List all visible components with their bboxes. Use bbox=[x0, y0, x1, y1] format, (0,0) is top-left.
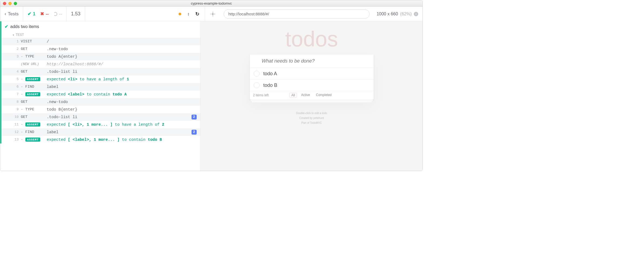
command-row[interactable]: 9TYPEtodo B{enter} bbox=[1, 106, 200, 113]
todoapp: todos todo Atodo B 2 items left All Acti… bbox=[250, 27, 374, 125]
todo-label[interactable]: todo A bbox=[263, 71, 277, 77]
command-row[interactable]: 8GET.new-todo bbox=[1, 98, 200, 106]
aut-panel: todos todo Atodo B 2 items left All Acti… bbox=[201, 21, 422, 171]
viewport-info[interactable]: 1000 x 660 (62%) i bbox=[372, 7, 422, 21]
command-list: 1VISIT/2GET.new-todo3TYPEtodo A{enter}(N… bbox=[1, 38, 200, 143]
info-line-1: Double-click to edit a todo bbox=[250, 111, 374, 116]
element-count-badge: 2 bbox=[192, 130, 197, 135]
assert-badge: ASSERT bbox=[25, 92, 40, 96]
command-number: 13 bbox=[12, 138, 19, 142]
command-number: 3 bbox=[12, 54, 19, 59]
svg-point-0 bbox=[213, 13, 213, 14]
author-link[interactable]: petehunt bbox=[313, 117, 324, 119]
test-title-row[interactable]: ✔ adds two items bbox=[1, 21, 200, 32]
command-number: 4 bbox=[12, 70, 19, 74]
command-number: 11 bbox=[12, 122, 19, 126]
test-section-label[interactable]: ▾ TEST bbox=[1, 32, 200, 38]
mac-titlebar: cypress-example-todomvc bbox=[0, 0, 422, 7]
command-message: .new-todo bbox=[47, 47, 198, 51]
test-title: adds two items bbox=[10, 24, 39, 29]
assert-badge: ASSERT bbox=[25, 77, 40, 81]
command-name: FIND bbox=[21, 130, 47, 134]
todo-item[interactable]: todo B bbox=[250, 80, 374, 91]
back-to-tests-button[interactable]: ‹ Tests bbox=[5, 11, 19, 17]
todo-box: todo Atodo B 2 items left All Active Com… bbox=[250, 54, 374, 100]
x-icon: ✖ bbox=[40, 11, 44, 17]
command-name: ASSERT bbox=[21, 138, 47, 142]
command-number: 7 bbox=[12, 92, 19, 96]
element-count-badge: 2 bbox=[192, 115, 197, 119]
failed-value: -- bbox=[46, 11, 49, 17]
check-icon: ✔ bbox=[5, 24, 8, 29]
test-block: ✔ adds two items ▾ TEST 1VISIT/2GET.new-… bbox=[0, 21, 200, 143]
todo-toggle[interactable] bbox=[254, 82, 260, 88]
command-name: GET bbox=[21, 47, 47, 51]
info-line-2: Created by petehunt bbox=[250, 116, 374, 121]
circle-icon bbox=[53, 12, 57, 16]
command-row[interactable]: 2GET.new-todo bbox=[1, 45, 200, 53]
command-message: .todo-list li bbox=[47, 70, 198, 74]
assert-badge: ASSERT bbox=[25, 122, 40, 126]
todo-item[interactable]: todo A bbox=[250, 68, 374, 80]
recording-indicator-icon bbox=[179, 13, 181, 15]
command-number: 10 bbox=[12, 115, 19, 119]
assert-message: expected <li> to have a length of 1 bbox=[47, 77, 198, 81]
command-number: 5 bbox=[12, 77, 19, 81]
command-message: label bbox=[47, 130, 198, 134]
auto-scroll-toggle[interactable]: ↕ bbox=[187, 12, 189, 16]
command-name: GET bbox=[21, 100, 47, 104]
filter-active[interactable]: Active bbox=[300, 93, 312, 98]
pending-count: -- bbox=[53, 11, 62, 17]
todo-label[interactable]: todo B bbox=[263, 83, 277, 88]
event-name: (NEW URL) bbox=[21, 62, 47, 66]
app-window: cypress-example-todomvc ‹ Tests ✔ 1 ✖ --… bbox=[0, 0, 423, 171]
command-row[interactable]: 10GET.todo-list li2 bbox=[1, 113, 200, 121]
aut-url-input[interactable] bbox=[224, 9, 370, 19]
command-row[interactable]: 13ASSERTexpected [ <label>, 1 more... ] … bbox=[1, 136, 200, 143]
command-number: 2 bbox=[12, 47, 19, 51]
todomvc-link[interactable]: TodoMVC bbox=[310, 121, 322, 124]
tests-label: Tests bbox=[8, 11, 19, 17]
new-todo-input[interactable] bbox=[250, 54, 374, 68]
command-row[interactable]: 1VISIT/ bbox=[1, 38, 200, 45]
command-row[interactable]: 4GET.todo-list li bbox=[1, 68, 200, 76]
command-row[interactable]: 11ASSERTexpected [ <li>, 1 more... ] to … bbox=[1, 121, 200, 128]
selector-playground-button[interactable] bbox=[205, 7, 221, 21]
filter-completed[interactable]: Completed bbox=[314, 93, 333, 98]
assert-badge: ASSERT bbox=[25, 138, 40, 142]
assert-message: expected <label> to contain todo A bbox=[47, 92, 198, 97]
window-title: cypress-example-todomvc bbox=[0, 1, 422, 5]
info-line-3: Part of TodoMVC bbox=[250, 121, 374, 125]
info-icon: i bbox=[414, 12, 418, 16]
todo-toggle[interactable] bbox=[254, 71, 260, 77]
command-name: ASSERT bbox=[21, 92, 47, 96]
command-log-panel[interactable]: ✔ adds two items ▾ TEST 1VISIT/2GET.new-… bbox=[0, 21, 201, 171]
command-row[interactable]: 12FINDlabel2 bbox=[1, 128, 200, 136]
caret-down-icon: ▾ bbox=[13, 33, 14, 36]
command-row[interactable]: (NEW URL)http://localhost:8888/#/ bbox=[1, 60, 200, 68]
assert-message: expected [ <label>, 1 more... ] to conta… bbox=[47, 138, 198, 142]
command-message: .todo-list li bbox=[47, 115, 198, 119]
command-message: todo B{enter} bbox=[47, 107, 198, 112]
command-name: GET bbox=[21, 70, 47, 74]
viewport-size: 1000 x 660 bbox=[377, 12, 398, 16]
todos-heading: todos bbox=[250, 27, 374, 52]
command-message: / bbox=[47, 39, 198, 44]
passed-count: ✔ 1 bbox=[28, 11, 35, 17]
command-number: 6 bbox=[12, 85, 19, 89]
command-row[interactable]: 6FINDlabel bbox=[1, 83, 200, 91]
command-row[interactable]: 3TYPEtodo A{enter} bbox=[1, 53, 200, 60]
command-row[interactable]: 7ASSERTexpected <label> to contain todo … bbox=[1, 91, 200, 98]
filter-all[interactable]: All bbox=[289, 93, 297, 98]
command-number: 8 bbox=[12, 100, 19, 104]
command-message: .new-todo bbox=[47, 100, 198, 104]
command-name: ASSERT bbox=[21, 77, 47, 81]
todo-footer: 2 items left All Active Completed bbox=[250, 91, 374, 99]
duration: 1.53 bbox=[71, 11, 81, 17]
command-message: label bbox=[47, 85, 198, 89]
event-message: http://localhost:8888/#/ bbox=[47, 62, 198, 66]
command-row[interactable]: 5ASSERTexpected <li> to have a length of… bbox=[1, 76, 200, 83]
reload-button[interactable]: ↻ bbox=[195, 11, 199, 17]
command-number: 1 bbox=[12, 39, 19, 43]
command-number: 12 bbox=[12, 130, 19, 134]
